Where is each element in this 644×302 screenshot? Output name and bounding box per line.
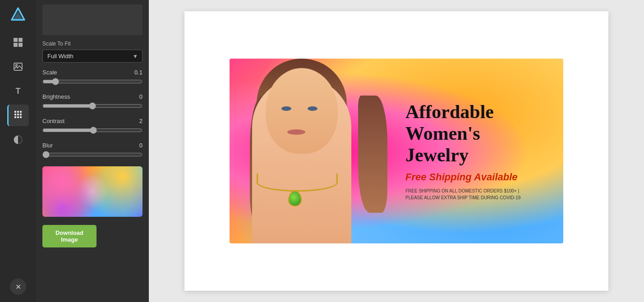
svg-rect-3 [18, 38, 23, 42]
svg-rect-4 [14, 43, 18, 47]
scale-label: Scale [42, 69, 57, 76]
svg-rect-14 [14, 116, 16, 118]
contrast-value: 2 [139, 118, 143, 124]
scale-to-fit-select-wrapper: Full Width Full Height Fit Stretch ▼ [42, 50, 143, 63]
brightness-label: Brightness [42, 93, 70, 100]
svg-rect-9 [17, 111, 19, 113]
thumbnail-area [42, 5, 143, 35]
woman-figure [230, 59, 401, 243]
svg-rect-2 [14, 38, 18, 42]
svg-rect-8 [14, 111, 16, 113]
hair-right [358, 96, 387, 213]
canvas-container: Affordable Women's Jewelry Free Shipping… [184, 11, 608, 291]
banner-subtitle: Free Shipping Available [405, 171, 550, 183]
banner-text-area: Affordable Women's Jewelry Free Shipping… [401, 59, 563, 243]
sidebar-item-pattern[interactable] [7, 105, 29, 126]
svg-rect-16 [20, 116, 22, 118]
blur-label: Blur [42, 142, 53, 149]
pendant [288, 191, 302, 206]
banner-fine-print: FREE SHIPPING ON ALL DOMESTIC ORDERS $10… [405, 188, 550, 201]
brightness-slider-row: Brightness 0 [42, 93, 143, 111]
svg-rect-12 [17, 114, 19, 115]
scale-slider[interactable] [42, 78, 143, 85]
brightness-value: 0 [139, 93, 143, 100]
download-image-button[interactable]: Download Image [42, 225, 97, 247]
app-logo [8, 5, 28, 24]
sidebar-item-contrast[interactable] [7, 129, 29, 151]
svg-rect-15 [17, 116, 19, 118]
scale-value: 0.1 [134, 69, 143, 76]
blur-value: 0 [139, 142, 143, 149]
sidebar-item-text[interactable]: T [7, 80, 29, 102]
scale-to-fit-label: Scale To Fit [42, 41, 143, 47]
svg-rect-5 [18, 43, 23, 47]
svg-rect-10 [20, 111, 22, 113]
contrast-slider-row: Contrast 2 [42, 118, 143, 136]
blur-slider[interactable] [42, 151, 143, 158]
svg-rect-11 [14, 114, 16, 115]
icon-sidebar: T ✕ [0, 0, 36, 302]
sidebar-item-image[interactable] [7, 56, 29, 78]
scale-slider-row: Scale 0.1 [42, 69, 143, 87]
brightness-slider[interactable] [42, 102, 143, 110]
banner-image: Affordable Women's Jewelry Free Shipping… [230, 59, 563, 243]
scale-to-fit-select[interactable]: Full Width Full Height Fit Stretch [42, 50, 143, 63]
necklace [257, 174, 338, 192]
svg-rect-13 [20, 114, 22, 115]
contrast-label: Contrast [42, 118, 64, 124]
close-button[interactable]: ✕ [10, 279, 26, 295]
color-palette[interactable] [42, 166, 143, 217]
main-area: Affordable Women's Jewelry Free Shipping… [149, 0, 644, 302]
sidebar-item-grid[interactable] [7, 32, 29, 53]
contrast-slider[interactable] [42, 127, 143, 134]
banner-title: Affordable Women's Jewelry [405, 101, 550, 166]
svg-rect-6 [14, 63, 22, 70]
controls-panel: Scale To Fit Full Width Full Height Fit … [36, 0, 149, 302]
woman-head [266, 68, 338, 154]
blur-slider-row: Blur 0 [42, 142, 143, 160]
svg-point-7 [16, 64, 18, 66]
